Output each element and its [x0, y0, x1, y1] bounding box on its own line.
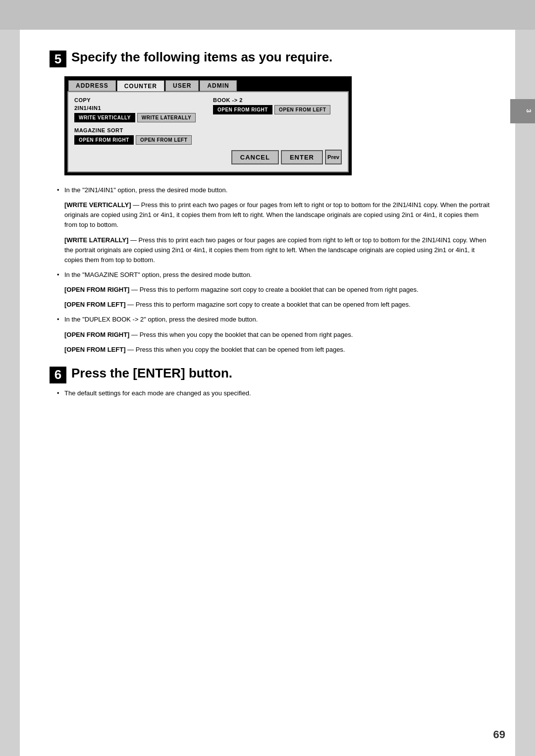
- tab-admin[interactable]: ADMIN: [200, 80, 236, 91]
- book-open-btns-row: OPEN FROM RIGHT OPEN FROM LEFT: [213, 105, 342, 114]
- step5-title: Specify the following items as you requi…: [71, 50, 332, 65]
- step6-bullet: The default settings for each mode are c…: [50, 388, 490, 398]
- body-write-laterally: [WRITE LATERALLY] — Press this to print …: [50, 235, 490, 265]
- tab-address[interactable]: ADDRESS: [68, 80, 116, 91]
- panel-bottom-row: CANCEL ENTER Prev: [74, 150, 342, 164]
- step6-number: 6: [50, 367, 66, 383]
- book-open-left-btn[interactable]: OPEN FROM LEFT: [274, 105, 330, 114]
- panel-col-right: BOOK -> 2 OPEN FROM RIGHT OPEN FROM LEFT: [213, 97, 342, 147]
- body-write-vertically: [WRITE VERTICALLY] — Press this to print…: [50, 200, 490, 230]
- body-open-left-book: [OPEN FROM LEFT] — Press this when you c…: [50, 345, 490, 355]
- magazine-sort-label: MAGAZINE SORT: [74, 127, 203, 133]
- copy-sub-label: 2IN1/4IN1: [74, 105, 203, 111]
- body-open-right-book: [OPEN FROM RIGHT] — Press this when you …: [50, 330, 490, 340]
- mag-open-right-btn[interactable]: OPEN FROM RIGHT: [74, 135, 134, 145]
- tab-user[interactable]: USER: [165, 80, 199, 91]
- tab-bar: ADDRESS COUNTER USER ADMIN: [65, 77, 351, 91]
- panel-two-col: COPY 2IN1/4IN1 WRITE VERTICALLY WRITE LA…: [74, 97, 342, 147]
- page-content: 5 Specify the following items as you req…: [20, 30, 515, 756]
- top-bar: [0, 0, 535, 30]
- mag-open-left-btn[interactable]: OPEN FROM LEFT: [136, 135, 192, 145]
- step5-number: 5: [50, 51, 66, 67]
- step6-heading: 6 Press the [ENTER] button.: [50, 366, 490, 383]
- copy-label: COPY: [74, 97, 203, 103]
- body-bullet1: In the "2IN1/4IN1" option, press the des…: [50, 185, 490, 195]
- write-laterally-btn[interactable]: WRITE LATERALLY: [137, 113, 196, 122]
- page-number: 69: [493, 728, 505, 741]
- cancel-button[interactable]: CANCEL: [231, 150, 279, 164]
- prev-button[interactable]: Prev: [325, 150, 342, 164]
- step6-title: Press the [ENTER] button.: [71, 366, 232, 381]
- write-vertically-btn[interactable]: WRITE VERTICALLY: [74, 113, 135, 122]
- enter-button[interactable]: ENTER: [281, 150, 323, 164]
- panel-body: COPY 2IN1/4IN1 WRITE VERTICALLY WRITE LA…: [67, 91, 349, 172]
- step5-heading: 5 Specify the following items as you req…: [50, 50, 490, 67]
- write-btns-row: WRITE VERTICALLY WRITE LATERALLY: [74, 113, 203, 122]
- chapter-tab: 3: [510, 99, 535, 123]
- ui-panel: ADDRESS COUNTER USER ADMIN COPY 2IN1/4IN…: [64, 76, 352, 175]
- body-open-left-mag: [OPEN FROM LEFT] — Press this to perform…: [50, 300, 490, 310]
- body-open-right-mag: [OPEN FROM RIGHT] — Press this to perfor…: [50, 285, 490, 295]
- book-open-right-btn[interactable]: OPEN FROM RIGHT: [213, 105, 272, 114]
- tab-counter[interactable]: COUNTER: [117, 80, 164, 91]
- book-label: BOOK -> 2: [213, 97, 342, 103]
- mag-open-btns-row: OPEN FROM RIGHT OPEN FROM LEFT: [74, 135, 203, 145]
- body-bullet2: In the "MAGAZINE SORT" option, press the…: [50, 270, 490, 280]
- body-bullet3: In the "DUPLEX BOOK -> 2" option, press …: [50, 315, 490, 324]
- panel-col-left: COPY 2IN1/4IN1 WRITE VERTICALLY WRITE LA…: [74, 97, 203, 147]
